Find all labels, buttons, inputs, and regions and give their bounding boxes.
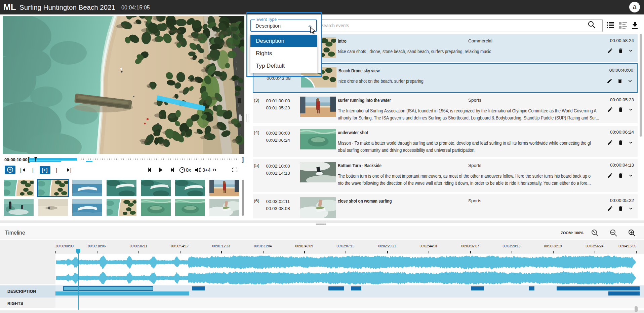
svg-text:[: [ [32,167,34,173]
svg-text:]: ] [242,155,244,163]
svg-text:[+]: [+] [42,167,48,173]
svg-text:[: [ [20,167,22,173]
svg-text:]: ] [56,167,57,173]
svg-text:]: ] [70,167,72,173]
svg-text:0x: 0x [186,167,191,173]
svg-text:3+4: 3+4 [202,167,211,173]
